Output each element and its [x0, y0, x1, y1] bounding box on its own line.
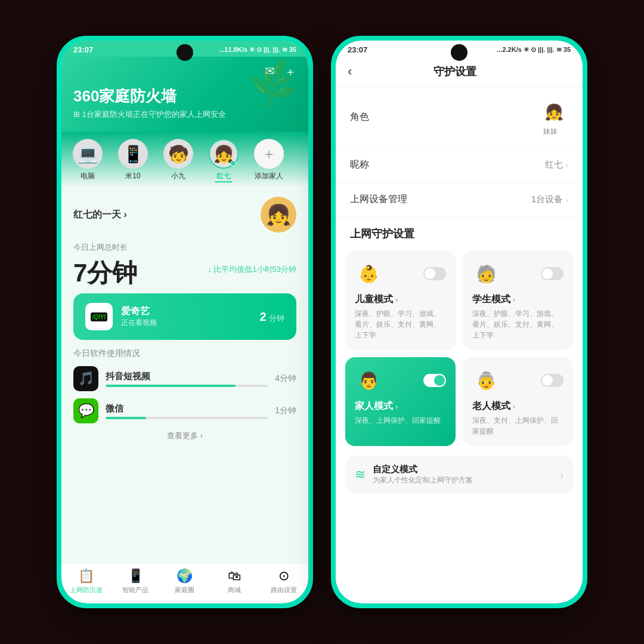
app-subtitle: ⊞ 1台家庭防火墙正在守护您的家人上网安全 [73, 109, 296, 120]
active-app-card[interactable]: iQIYI 爱奇艺 正在看视频 2 分钟 [73, 293, 296, 340]
avatar-mi10: 📱 [118, 139, 148, 169]
role-avatar: 👧 [540, 98, 568, 126]
mode-card-family[interactable]: 👨 家人模式 › 深夜、上网保护、回家提醒 [345, 357, 456, 446]
back-button[interactable]: ‹ [348, 64, 352, 79]
left-status-icons: ...11.8K/s ✳ ⊙ |||. |||. ≋ 35 [219, 46, 296, 54]
tab-computer[interactable]: 💻 电脑 [67, 139, 108, 182]
avatar-xiaojiu: 🧒 [163, 139, 193, 169]
label-computer: 电脑 [80, 171, 95, 181]
time-compare: ↓ 比平均值低1小时53分钟 [208, 264, 296, 275]
mode-avatar-elder: 👵 [472, 367, 500, 394]
nickname-value: 红七 › [545, 159, 568, 171]
device-value: 1台设备 › [531, 194, 568, 205]
nickname-label: 昵称 [350, 159, 545, 171]
nav-icon-商城: 🛍 [228, 568, 241, 584]
app-row-tiktok: 🎵 抖音短视频 4分钟 [73, 366, 296, 391]
nickname-chevron: › [565, 160, 568, 170]
role-value: 👧 妹妹 [532, 98, 568, 137]
mode-name-elder: 老人模式 › [472, 400, 564, 413]
tiktok-progress-bar [106, 385, 268, 387]
nav-智能[interactable]: 📱 智能产品 [111, 568, 160, 595]
nav-icon-家庭圈: 🌍 [177, 568, 193, 584]
right-header: ‹ 守护设置 [336, 57, 583, 87]
nav-label-路由: 路由设置 [271, 586, 297, 595]
toggle-thumb-student [542, 268, 553, 279]
left-content: ✉ ＋ 360家庭防火墙 ⊞ 1台家庭防火墙正在守护您的家人上网安全 🌿 💻 电… [61, 57, 308, 602]
usage-label: 今日上网总时长 [73, 242, 296, 253]
nav-防沉迷[interactable]: 📋 上网防沉迷 [61, 568, 111, 595]
avatar-computer: 💻 [73, 139, 103, 169]
role-name: 妹妹 [543, 126, 558, 137]
right-main: 角色 👧 妹妹 昵称 红七 › [336, 87, 583, 602]
custom-title: 自定义模式 [373, 464, 553, 475]
app-time-display: 2 分钟 [259, 310, 284, 324]
label-add: 添加家人 [255, 171, 283, 181]
modes-grid: 👶 儿童模式 › 深夜、护眼、学习、游戏、看片、娱乐、支付、黄网、上下学 [336, 246, 583, 453]
wechat-info: 微信 [106, 403, 268, 419]
toggle-thumb-elder [542, 375, 553, 386]
app-status: 正在看视频 [121, 318, 251, 328]
mode-card-elder[interactable]: 👵 老人模式 › 深夜、支付、上网保护、回家提醒 [463, 357, 573, 446]
tab-mi10[interactable]: 📱 米10 [113, 139, 153, 182]
tiktok-icon: 🎵 [73, 366, 98, 391]
mode-avatar-child: 👶 [355, 260, 382, 287]
mode-card-child[interactable]: 👶 儿童模式 › 深夜、护眼、学习、游戏、看片、娱乐、支付、黄网、上下学 [345, 250, 456, 350]
right-phone: 23:07 ...2.2K/s ✳ ⊙ |||. |||. ≋ 35 ‹ 守护设… [331, 36, 587, 608]
add-family-btn[interactable]: ＋ [254, 139, 284, 169]
app-usage-section: 今日软件使用情况 [73, 348, 296, 359]
toggle-elder[interactable] [541, 374, 564, 387]
tiktok-progress [106, 385, 236, 387]
nickname-row[interactable]: 昵称 红七 › [336, 148, 583, 182]
bottom-nav: 📋 上网防沉迷 📱 智能产品 🌍 家庭圈 🛍 商城 [61, 563, 308, 602]
camera-notch [177, 44, 193, 61]
app-time: 2 [259, 310, 266, 323]
device-chevron: › [565, 195, 568, 205]
subtitle-text: ⊞ 1台家庭防火墙正在守护您的家人上网安全 [73, 109, 226, 120]
avatar-hongqi: 👧 [209, 139, 239, 169]
tab-hongqi[interactable]: 👧 红七 [203, 139, 244, 182]
mode-desc-child: 深夜、护眼、学习、游戏、看片、娱乐、支付、黄网、上下学 [355, 308, 446, 340]
custom-mode-row[interactable]: ≋ 自定义模式 为家人个性化定制上网守护方案 › [345, 456, 573, 494]
toggle-family[interactable] [423, 374, 446, 387]
toggle-thumb-family [434, 375, 445, 386]
mode-desc-student: 深夜、护眼、学习、游戏、看片、娱乐、支付、黄网、上下学 [472, 308, 564, 340]
mode-desc-elder: 深夜、支付、上网保护、回家提醒 [472, 415, 564, 436]
custom-chevron: › [560, 469, 564, 481]
wechat-icon: 💬 [73, 398, 98, 423]
mode-card-top-student: 🧓 [472, 260, 564, 287]
role-row: 角色 👧 妹妹 [336, 87, 583, 148]
custom-icon: ≋ [355, 467, 366, 482]
nav-家庭圈[interactable]: 🌍 家庭圈 [160, 568, 210, 595]
mode-card-top-family: 👨 [355, 367, 446, 394]
app-time-unit: 分钟 [269, 314, 284, 323]
label-hongqi: 红七 [216, 171, 231, 181]
active-underline [215, 181, 233, 182]
time-big: 7分钟 [73, 256, 137, 290]
toggle-child[interactable] [423, 267, 446, 280]
tab-add[interactable]: ＋ 添加家人 [249, 139, 289, 182]
nav-label-防沉迷: 上网防沉迷 [70, 586, 103, 595]
protection-section-header: 上网守护设置 [336, 217, 583, 246]
right-time: 23:07 [348, 45, 367, 54]
right-status-icons: ...2.2K/s ✳ ⊙ |||. |||. ≋ 35 [497, 46, 571, 54]
view-more[interactable]: 查看更多 › [73, 431, 296, 441]
tab-xiaojiu[interactable]: 🧒 小九 [158, 139, 199, 182]
role-label: 角色 [350, 111, 532, 123]
nav-路由[interactable]: ⊙ 路由设置 [259, 568, 308, 595]
nav-商城[interactable]: 🛍 商城 [209, 568, 259, 595]
mode-card-student[interactable]: 🧓 学生模式 › 深夜、护眼、学习、游戏、看片、娱乐、支付、黄网、上下学 [463, 250, 573, 350]
mode-name-child: 儿童模式 › [355, 293, 446, 306]
toggle-student[interactable] [541, 267, 564, 280]
family-tabs: 💻 电脑 📱 米10 🧒 小九 [61, 132, 308, 187]
mode-avatar-student: 🧓 [472, 260, 500, 287]
app-row-wechat: 💬 微信 1分钟 [73, 398, 296, 423]
app-info: 爱奇艺 正在看视频 [121, 305, 251, 328]
main-content: 红七的一天 › 👧 今日上网总时长 7分钟 ↓ 比平均值低1小时53分钟 iQI… [61, 187, 308, 563]
tiktok-info: 抖音短视频 [106, 371, 268, 387]
wechat-time: 1分钟 [275, 405, 296, 416]
day-avatar: 👧 [261, 197, 296, 233]
wechat-name: 微信 [106, 403, 268, 414]
nav-icon-防沉迷: 📋 [78, 568, 94, 584]
device-row[interactable]: 上网设备管理 1台设备 › [336, 182, 583, 217]
day-title-text[interactable]: 红七的一天 › [73, 209, 127, 221]
